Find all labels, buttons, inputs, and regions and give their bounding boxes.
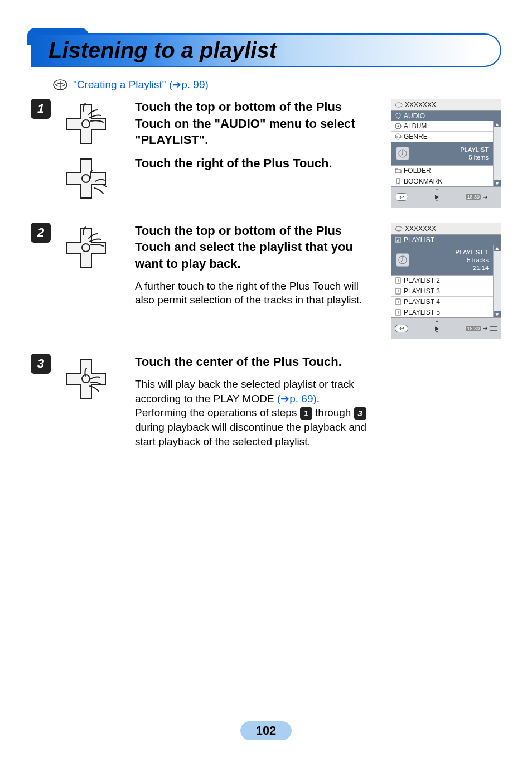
plus-touch-top-icon: [61, 99, 111, 149]
step-number-badge: 2: [31, 223, 51, 243]
plus-touch-top-icon: [61, 223, 111, 273]
time-badge: 18:30: [466, 194, 481, 200]
note-icon: [395, 288, 402, 295]
step3-body-pre: This will play back the selected playlis…: [135, 378, 354, 404]
highlight-sub: 5 items: [414, 153, 489, 161]
step-text: Touch the top or bottom of the Plus Touc…: [135, 99, 381, 208]
page-header: Listening to a playlist: [31, 33, 501, 67]
battery-icon: [490, 326, 497, 331]
scroll-down-icon[interactable]: ▼: [494, 180, 501, 186]
step2-instruction: Touch the top or bottom of the Plus Touc…: [135, 223, 375, 272]
highlight-sub2: 21:14: [414, 264, 489, 272]
menu-label: BOOKMARK: [404, 177, 442, 185]
page-number-wrap: 102: [0, 721, 532, 740]
menu-row-bookmark[interactable]: BOOKMARK: [391, 176, 493, 186]
repeat-icon[interactable]: ↩: [395, 325, 408, 332]
playlist-row-4[interactable]: PLAYLIST 4: [391, 297, 493, 307]
repeat-icon[interactable]: ↩: [395, 193, 408, 201]
time-badge: 18:30: [466, 326, 481, 331]
menu-row-folder[interactable]: FOLDER: [391, 166, 493, 176]
menu-row-genre[interactable]: G GENRE: [391, 132, 493, 142]
svg-rect-16: [396, 310, 400, 315]
device-screen-playlist: XXXXXXX PLAYLIST PLAYLIST 1 5 tracks: [391, 223, 501, 340]
scroll-up-icon[interactable]: ▲: [494, 245, 501, 251]
scroll-up-icon[interactable]: ▲: [494, 121, 501, 127]
device-footer: ↩ ˄ ▶ ˅ 18:30 ➔: [391, 186, 501, 208]
reference-page: p. 99: [181, 79, 205, 90]
nav-down-icon[interactable]: ˅: [436, 331, 438, 337]
inline-step-badge-1: 1: [300, 407, 312, 420]
menu-label: PLAYLIST 2: [404, 277, 440, 285]
step-3: 3 Touch the center of the Plus Touch. Th…: [31, 354, 501, 449]
step3-body-post1: Performing the operations of steps: [135, 407, 300, 418]
device-screen-audio: XXXXXXX AUDIO ALBUM G GENRE: [391, 99, 501, 208]
highlight-title: PLAYLIST 1: [414, 248, 489, 256]
highlight-sub1: 5 tracks: [414, 256, 489, 264]
genre-icon: G: [395, 133, 402, 140]
reference-link[interactable]: "Creating a Playlist" (➔p. 99): [73, 78, 209, 91]
album-icon: [395, 123, 402, 129]
nav-right-icon[interactable]: ➔: [483, 194, 487, 200]
device1-title: XXXXXXX: [405, 101, 436, 109]
menu-row-album[interactable]: ALBUM: [391, 121, 493, 132]
disc-small-icon: [395, 226, 403, 232]
nav-right-icon[interactable]: ➔: [483, 325, 487, 331]
audio-icon: [395, 113, 402, 119]
touch-illustration-col: [61, 99, 125, 208]
step3-instruction: Touch the center of the Plus Touch.: [135, 354, 375, 370]
disc-small-icon: [395, 102, 403, 108]
step1-instruction-b: Touch the right of the Plus Touch.: [135, 155, 375, 172]
step-1: 1 Touch the top or bottom of the Plus To…: [31, 99, 501, 208]
arrow-right-icon: ➔: [280, 393, 289, 404]
device2-title: XXXXXXX: [405, 225, 436, 233]
step-number-badge: 3: [31, 354, 51, 374]
note-icon: [395, 309, 402, 316]
page-number: 102: [240, 721, 292, 740]
touch-illustration-col: [61, 354, 125, 449]
plus-touch-center-icon: [61, 354, 111, 404]
book-icon: [53, 79, 67, 91]
step2-body: A further touch to the right of the Plus…: [135, 279, 375, 307]
step-text: Touch the center of the Plus Touch. This…: [135, 354, 381, 449]
svg-rect-14: [396, 288, 400, 294]
nav-pad[interactable]: ˄ ▶ ˅: [425, 320, 449, 337]
menu-row-playlist-selected[interactable]: PLAYLIST 5 items: [391, 142, 493, 166]
play-mode-link[interactable]: (➔p. 69): [277, 393, 317, 404]
step-2: 2 Touch the top or bottom of the Plus To…: [31, 223, 501, 340]
playlist-disc-icon: [396, 147, 409, 160]
menu-label: PLAYLIST 5: [404, 308, 440, 316]
reference-line: "Creating a Playlist" (➔p. 99): [53, 78, 501, 91]
plus-touch-right-icon: [61, 153, 111, 204]
menu-label: ALBUM: [404, 122, 427, 130]
device1-section: AUDIO: [404, 112, 425, 120]
scrollbar[interactable]: ▲ ▼: [493, 245, 501, 318]
scrollbar[interactable]: ▲ ▼: [493, 121, 501, 186]
playlist-row-3[interactable]: PLAYLIST 3: [391, 286, 493, 297]
playlist-row-2[interactable]: PLAYLIST 2: [391, 276, 493, 286]
svg-rect-13: [396, 278, 400, 283]
svg-point-10: [395, 226, 402, 231]
reference-label: "Creating a Playlist": [73, 79, 166, 90]
playlist-icon: [395, 237, 402, 243]
svg-rect-15: [396, 299, 400, 305]
menu-label: PLAYLIST 3: [404, 287, 440, 295]
device2-section: PLAYLIST: [404, 236, 434, 244]
playlist-row-5[interactable]: PLAYLIST 5: [391, 307, 493, 317]
scroll-down-icon[interactable]: ▼: [494, 311, 501, 317]
svg-text:G: G: [396, 134, 400, 139]
bookmark-icon: [395, 178, 402, 185]
arrow-right-icon: ➔: [172, 79, 181, 90]
folder-icon: [395, 167, 402, 174]
page-title: Listening to a playlist: [49, 38, 277, 63]
device-footer: ↩ ˄ ▶ ˅ 18:30 ➔: [391, 317, 501, 339]
svg-point-3: [395, 103, 402, 107]
menu-label: FOLDER: [404, 167, 431, 175]
nav-pad[interactable]: ˄ ▶ ˅: [425, 189, 449, 205]
nav-down-icon[interactable]: ˅: [436, 200, 438, 205]
svg-point-5: [398, 126, 399, 127]
step3-body-post2: through: [315, 407, 354, 418]
playlist-row-1-selected[interactable]: PLAYLIST 1 5 tracks 21:14: [391, 245, 493, 276]
header-banner: Listening to a playlist: [31, 33, 501, 67]
battery-icon: [490, 195, 497, 199]
note-icon: [395, 277, 402, 284]
